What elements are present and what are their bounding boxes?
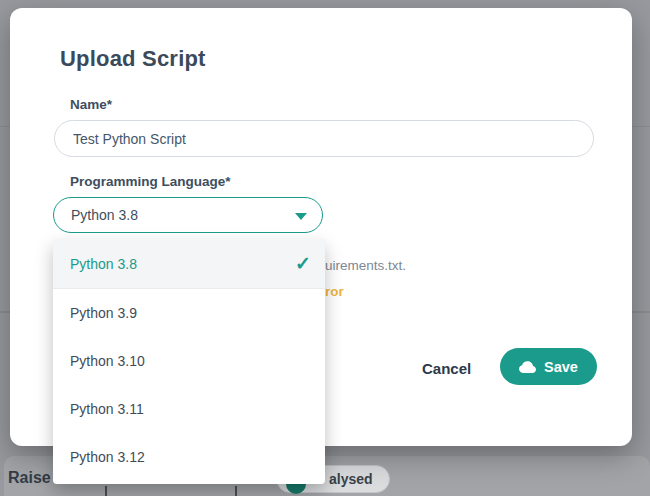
status-badge-label: alysed: [329, 471, 373, 487]
option-label: Python 3.9: [70, 305, 137, 321]
caret-down-icon: [295, 213, 307, 220]
option-label: Python 3.12: [70, 449, 145, 465]
option-python-3-12[interactable]: Python 3.12: [53, 433, 325, 481]
upload-hint-text: uirements.txt.: [325, 258, 406, 273]
table-column-divider: [235, 486, 237, 496]
name-label: Name*: [70, 97, 112, 112]
option-label: Python 3.8: [70, 256, 137, 272]
option-label: Python 3.10: [70, 353, 145, 369]
option-python-3-8[interactable]: Python 3.8 ✓: [53, 239, 325, 289]
option-python-3-10[interactable]: Python 3.10: [53, 337, 325, 385]
language-select-value: Python 3.8: [54, 207, 138, 223]
option-python-3-9[interactable]: Python 3.9: [53, 289, 325, 337]
check-icon: ✓: [295, 252, 311, 275]
name-input[interactable]: [54, 120, 594, 157]
table-column-divider: [105, 486, 107, 496]
language-label: Programming Language*: [70, 174, 231, 189]
save-button-label: Save: [544, 359, 578, 375]
language-select[interactable]: Python 3.8: [53, 197, 323, 233]
background-heading: Raise: [8, 469, 51, 487]
dialog-title: Upload Script: [60, 46, 206, 72]
editor-link[interactable]: ror: [325, 284, 344, 299]
language-options-list: Python 3.8 ✓ Python 3.9 Python 3.10 Pyth…: [53, 239, 325, 484]
save-button[interactable]: Save: [500, 348, 597, 385]
option-label: Python 3.11: [70, 401, 144, 417]
option-python-3-11[interactable]: Python 3.11: [53, 385, 325, 433]
cloud-icon: [519, 358, 536, 375]
cancel-button[interactable]: Cancel: [418, 354, 475, 383]
screen: Raise alysed Upload Script Name* Program…: [0, 0, 650, 496]
